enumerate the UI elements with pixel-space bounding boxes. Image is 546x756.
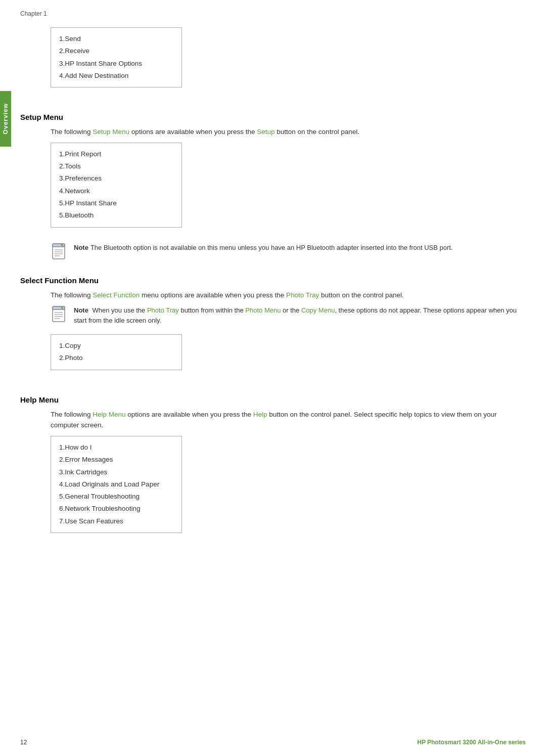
setup-menu-box: 1.Print Report 2.Tools 3.Preferences 4.N… [51, 143, 182, 228]
hm-desc-before: The following [51, 411, 93, 418]
setup-menu-desc-mid: options are available when you press the [129, 128, 257, 136]
list-item: 3.Preferences [59, 172, 173, 185]
list-item: 2.Photo [59, 352, 173, 364]
help-menu-heading: Help Menu [20, 395, 526, 404]
sidebar-tab: Overview [0, 91, 11, 147]
setup-menu-link2: Setup [257, 128, 275, 136]
select-function-note-text: Note When you use the Photo Tray button … [74, 305, 526, 325]
select-function-menu-box: 1.Copy 2.Photo [51, 334, 182, 370]
svg-text:✎: ✎ [61, 244, 64, 247]
list-item: 1.Print Report [59, 148, 173, 160]
note-icon: ✎ [51, 243, 69, 261]
list-item: 3.Ink Cartridges [59, 466, 173, 478]
sidebar-tab-label: Overview [2, 103, 9, 134]
help-menu-box: 1.How do I 2.Error Messages 3.Ink Cartri… [51, 436, 182, 533]
sf-desc-before: The following [51, 291, 93, 299]
list-item: 7.Use Scan Features [59, 515, 173, 527]
list-item: 4.Load Originals and Load Paper [59, 478, 173, 491]
select-function-note: ✎ Note When you use the Photo Tray butto… [51, 305, 526, 325]
sf-link1: Select Function [93, 291, 140, 299]
list-item: 2.Receive [59, 45, 173, 57]
list-item: 2.Tools [59, 160, 173, 172]
list-item: 3.HP Instant Share Options [59, 58, 173, 70]
select-function-menu-heading: Select Function Menu [20, 276, 526, 285]
hm-link1: Help Menu [93, 411, 125, 418]
list-item: 1.How do I [59, 441, 173, 454]
note-icon-2: ✎ [51, 305, 69, 324]
setup-menu-description: The following Setup Menu options are ava… [51, 126, 526, 138]
hm-link2: Help [253, 411, 267, 418]
page-footer: 12 HP Photosmart 3200 All-in-One series [20, 739, 526, 746]
sf-desc-after: button on the control panel. [319, 291, 403, 299]
svg-text:✎: ✎ [61, 306, 64, 310]
list-item: 5.Bluetooth [59, 209, 173, 221]
select-function-description: The following Select Function menu optio… [51, 290, 526, 301]
list-item: 4.Network [59, 185, 173, 197]
setup-menu-heading: Setup Menu [20, 113, 526, 121]
footer-product-name: HP Photosmart 3200 All-in-One series [417, 739, 526, 746]
sf-desc-mid: menu options are available when you pres… [140, 291, 286, 299]
sf-link2: Photo Tray [286, 291, 319, 299]
main-content: Chapter 1 1.Send 2.Receive 3.HP Instant … [20, 10, 526, 756]
top-menu-box: 1.Send 2.Receive 3.HP Instant Share Opti… [51, 27, 182, 87]
list-item: 4.Add New Destination [59, 70, 173, 82]
list-item: 1.Send [59, 33, 173, 45]
note-label: Note [74, 244, 88, 251]
help-menu-description: The following Help Menu options are avai… [51, 409, 526, 431]
setup-menu-desc-before: The following [51, 128, 93, 136]
list-item: 6.Network Troubleshooting [59, 503, 173, 515]
list-item: 2.Error Messages [59, 454, 173, 466]
list-item: 5.HP Instant Share [59, 197, 173, 209]
note-label-2: Note [74, 306, 88, 314]
list-item: 1.Copy [59, 340, 173, 352]
setup-menu-note-text: NoteThe Bluetooth option is not availabl… [74, 243, 453, 253]
chapter-label: Chapter 1 [20, 10, 526, 17]
hm-desc-mid: options are available when you press the [126, 411, 253, 418]
footer-page-number: 12 [20, 739, 27, 746]
setup-menu-link1: Setup Menu [93, 128, 129, 136]
setup-menu-desc-after: button on the control panel. [275, 128, 359, 136]
setup-menu-note: ✎ NoteThe Bluetooth option is not availa… [51, 243, 526, 261]
list-item: 5.General Troubleshooting [59, 491, 173, 503]
